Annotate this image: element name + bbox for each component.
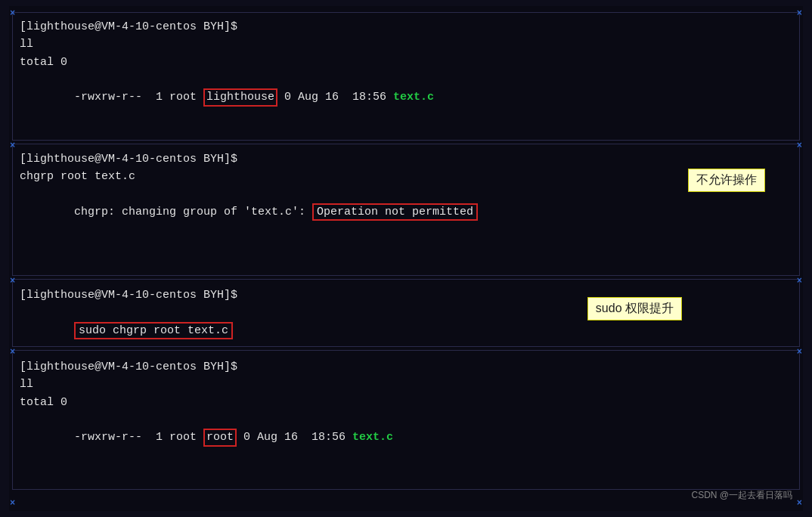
annotation-sudo: sudo 权限提升 — [587, 297, 682, 320]
section2-error-prefix: chgrp: changing group of 'text.c': — [74, 206, 312, 218]
lighthouse-highlight: lighthouse — [203, 88, 277, 107]
watermark-text: CSDN @一起去看日落吗 — [691, 490, 792, 500]
section1-cmd-ll: ll — [20, 36, 792, 53]
root-highlight: root — [203, 429, 237, 447]
section1-prompt: [lighthouse@VM-4-10-centos BYH]$ — [20, 18, 792, 36]
section1-perms: -rwxrw-r-- 1 root — [74, 91, 203, 104]
section4-file-line: -rwxrw-r-- 1 root root 0 Aug 16 18:56 te… — [20, 411, 792, 464]
annotation-sudo-text: sudo 权限提升 — [596, 302, 674, 314]
section1-total: total 0 — [20, 54, 792, 71]
section4-perms: -rwxrw-r-- 1 root — [74, 431, 203, 444]
section1-file-line: -rwxrw-r-- 1 root lighthouse 0 Aug 16 18… — [20, 71, 792, 124]
section1-filename: text.c — [393, 91, 434, 104]
terminal-section-1: [lighthouse@VM-4-10-centos BYH]$ ll tota… — [9, 14, 803, 128]
sudo-cmd-highlight: sudo chgrp root text.c — [74, 322, 233, 340]
section1-after: 0 Aug 16 18:56 — [277, 91, 393, 104]
annotation-not-allowed-text: 不允许操作 — [696, 173, 757, 186]
terminal-container: × × × × × × × × × × [lighthouse@VM-4-10-… — [0, 0, 812, 517]
section4-ll: ll — [20, 376, 792, 393]
corner-x-10: × — [797, 498, 802, 509]
section2-error-line: chgrp: changing group of 'text.c': Opera… — [20, 186, 792, 239]
terminal-section-2: [lighthouse@VM-4-10-centos BYH]$ chgrp r… — [9, 146, 803, 243]
section4-filename: text.c — [352, 431, 393, 444]
section2-prompt: [lighthouse@VM-4-10-centos BYH]$ — [20, 150, 792, 168]
terminal-section-4: [lighthouse@VM-4-10-centos BYH]$ ll tota… — [9, 354, 803, 469]
section4-after: 0 Aug 16 18:56 — [237, 431, 352, 444]
annotation-not-allowed: 不允许操作 — [688, 169, 765, 192]
terminal-background: × × × × × × × × × × [lighthouse@VM-4-10-… — [9, 6, 803, 511]
terminal-section-3: [lighthouse@VM-4-10-centos BYH]$ sudo ch… — [9, 282, 803, 361]
section4-total: total 0 — [20, 394, 792, 411]
section4-prompt: [lighthouse@VM-4-10-centos BYH]$ — [20, 358, 792, 376]
section2-chgrp-cmd: chgrp root text.c — [20, 168, 792, 185]
watermark: CSDN @一起去看日落吗 — [691, 489, 792, 502]
operation-not-permitted: Operation not permitted — [312, 203, 478, 221]
corner-x-9: × — [10, 498, 15, 509]
